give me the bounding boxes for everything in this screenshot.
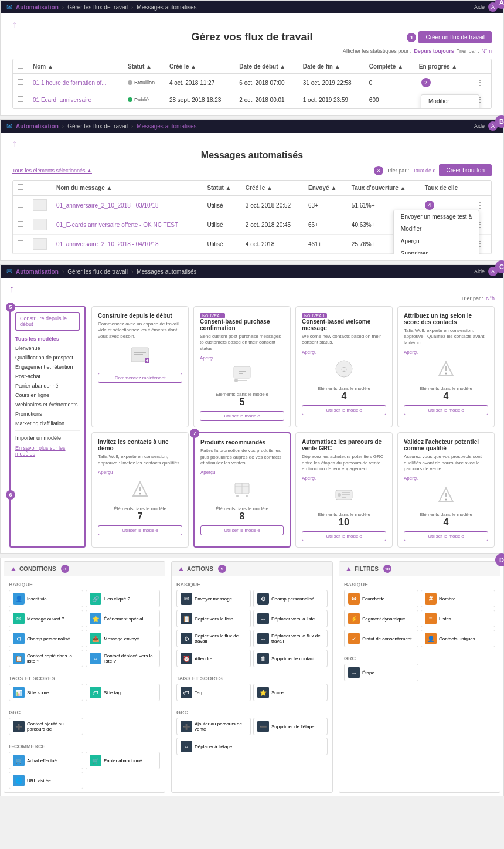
condition-url[interactable]: 🌐 URL visitée — [9, 772, 83, 789]
use-template-btn-6[interactable]: Utiliser le modèle — [302, 531, 386, 541]
action-supprimer-contact[interactable]: 🗑 Supprimer le contact — [253, 650, 328, 667]
col-msg-name[interactable]: Nom du message ▲ — [52, 181, 202, 195]
create-workflow-btn[interactable]: Créer un flux de travail — [418, 31, 492, 43]
build-from-scratch-btn[interactable]: Construire depuis le début — [15, 312, 80, 331]
sidebar-cours[interactable]: Cours en ligne — [15, 390, 80, 400]
select-all-checkbox[interactable] — [18, 63, 23, 69]
condition-contact-deplace[interactable]: ↔ Contact déplacé vers la liste ? — [86, 650, 160, 667]
select-all-b[interactable] — [18, 184, 23, 190]
sidebar-all-templates[interactable]: Tous les modèles — [15, 334, 80, 344]
condition-message-ouvert[interactable]: ✉ Message ouvert ? — [9, 610, 83, 627]
action-copier-liste[interactable]: 📋 Copier vers la liste — [176, 610, 251, 627]
help-link-b[interactable]: Aide — [474, 123, 485, 129]
condition-contact-parcours[interactable]: ➕ Contact ajouté au parcours de — [9, 718, 83, 735]
col-msg-status[interactable]: Statut ▲ — [202, 181, 240, 195]
action-score[interactable]: ⭐ Score — [253, 684, 328, 701]
sidebar-import[interactable]: Importer un modèle — [15, 433, 80, 443]
use-template-btn-4[interactable]: Utiliser le modèle — [98, 525, 182, 535]
nav-item-c1[interactable]: Gérer les flux de travail — [67, 269, 128, 275]
condition-tag[interactable]: 🏷 Si le tag... — [86, 684, 160, 701]
condition-msg-envoye[interactable]: 📤 Message envoyé — [86, 630, 160, 647]
dropdown-item-dupliquer[interactable]: Dupliquer — [421, 107, 479, 109]
condition-inscrit[interactable]: 👤 Inscrit via... — [9, 590, 83, 607]
action-ajouter-parcours[interactable]: ➕ Ajouter au parcours de vente — [176, 718, 251, 735]
dropdown-item-send-test[interactable]: Envoyer un message test à — [394, 210, 479, 223]
learn-more-link[interactable]: En savoir plus sur les modèles — [15, 445, 66, 457]
template-card-welcome[interactable]: NOUVEAU Consent-based welcome message We… — [295, 306, 393, 427]
nav-item-2[interactable]: Messages automatisés — [137, 4, 196, 11]
create-draft-btn[interactable]: Créer brouillon — [439, 164, 492, 176]
filter-listes[interactable]: ≡ Listes — [421, 610, 495, 627]
template-preview-7[interactable]: Aperçu — [404, 476, 488, 481]
condition-lien[interactable]: 🔗 Lien cliqué ? — [86, 590, 160, 607]
use-template-btn-7[interactable]: Utiliser le modèle — [404, 531, 488, 541]
dropdown-item-modifier[interactable]: Modifier — [421, 95, 479, 107]
nav-item-b2[interactable]: Messages automatisés — [137, 123, 196, 130]
action-deplacer-flux[interactable]: ↔ Déplacer vers le flux de travail — [253, 630, 328, 647]
filter-contacts-uniques[interactable]: 👤 Contacts uniques — [421, 630, 495, 647]
action-envoyer[interactable]: ✉ Envoyer message — [176, 590, 251, 607]
template-card-automate[interactable]: Automatisez les parcours de vente GRC Dé… — [295, 432, 393, 548]
template-preview-1[interactable]: Aperçu — [200, 355, 284, 361]
condition-achat[interactable]: 🛒 Achat effectué — [9, 752, 83, 769]
action-supprimer-etape[interactable]: ➖ Supprimer de l'étape — [253, 718, 328, 735]
sidebar-panier[interactable]: Panier abandonné — [15, 381, 80, 390]
col-created-a[interactable]: Créé le ▲ — [165, 59, 234, 74]
use-template-btn-3[interactable]: Utiliser le modèle — [404, 405, 488, 415]
col-msg-open[interactable]: Taux d'ouverture ▲ — [347, 181, 420, 195]
template-card-products[interactable]: 7 Produits recommandés Faites la promoti… — [193, 432, 291, 548]
row-checkbox[interactable] — [18, 79, 23, 85]
col-completed-a[interactable]: Complété ▲ — [365, 59, 414, 74]
action-champ[interactable]: ⚙ Champ personnalisé — [253, 590, 328, 607]
trier-value-b[interactable]: Taux de d — [413, 168, 435, 174]
template-card-build[interactable]: Construire depuis le début Commencez ave… — [91, 306, 189, 427]
action-deplacer-liste[interactable]: ↔ Déplacer vers la liste — [253, 610, 328, 627]
template-card-invite[interactable]: Invitez les contacts à une démo Talia Wo… — [91, 432, 189, 548]
sidebar-webinaires[interactable]: Webinaires et événements — [15, 400, 80, 409]
template-card-validate[interactable]: Validez l'acheteur potentiel comme quali… — [397, 432, 495, 548]
action-copier-flux[interactable]: ⚙ Copier vers le flux de travail — [176, 630, 251, 647]
sidebar-engagement[interactable]: Engagement et rétention — [15, 362, 80, 372]
use-template-btn-1[interactable]: Utiliser le modèle — [200, 411, 284, 421]
nav-item-b1[interactable]: Gérer les flux de travail — [67, 123, 128, 130]
sidebar-marketing[interactable]: Marketing d'affiliation — [15, 419, 80, 428]
action-attendre[interactable]: ⏰ Attendre — [176, 650, 251, 667]
filter-fourchette[interactable]: ⇔ Fourchette — [344, 590, 418, 607]
use-template-btn-5[interactable]: Utiliser le modèle — [200, 525, 284, 535]
template-preview-3[interactable]: Aperçu — [404, 349, 488, 355]
trier-value-a[interactable]: N°m — [481, 48, 492, 54]
sidebar-promotions[interactable]: Promotions — [15, 409, 80, 419]
dropdown-item-apercu[interactable]: Aperçu — [394, 235, 479, 247]
filter-nombre[interactable]: # Nombre — [421, 590, 495, 607]
condition-score[interactable]: 📊 Si le score... — [9, 684, 83, 701]
filter-statut-consentement[interactable]: ✓ Statut de consentement — [344, 630, 418, 647]
template-card-purchase[interactable]: NOUVEAU Consent-based purchase confirmat… — [193, 306, 291, 427]
template-preview-4[interactable]: Aperçu — [98, 470, 182, 475]
filter-etape[interactable]: → Étape — [344, 664, 418, 681]
col-msg-click[interactable]: Taux de clic — [420, 181, 469, 195]
template-preview-5[interactable]: Aperçu — [200, 470, 284, 475]
condition-evenement[interactable]: ⭐ Événement spécial — [86, 610, 160, 627]
action-tag[interactable]: 🏷 Tag — [176, 684, 251, 701]
col-name-a[interactable]: Nom ▲ — [28, 59, 123, 74]
sidebar-qualification[interactable]: Qualification de prospect — [15, 353, 80, 362]
sidebar-post-achat[interactable]: Post-achat — [15, 372, 80, 381]
condition-contact-copie[interactable]: 📋 Contact copié dans la liste ? — [9, 650, 83, 667]
sidebar-bienvenue[interactable]: Bienvenue — [15, 344, 80, 353]
col-debut-a[interactable]: Date de début ▲ — [234, 59, 298, 74]
row-actions-btn-b[interactable]: ⋮ — [474, 201, 486, 210]
row-checkbox-b3[interactable] — [18, 240, 23, 246]
help-link-c[interactable]: Aide — [474, 269, 485, 274]
template-preview-2[interactable]: Aperçu — [302, 349, 386, 355]
condition-panier[interactable]: 🛒 Panier abandonné — [86, 752, 160, 769]
col-msg-created[interactable]: Créé le ▲ — [241, 181, 304, 195]
start-now-btn[interactable]: Commencez maintenant — [98, 373, 182, 383]
row-actions-btn[interactable]: ⋮ — [474, 78, 486, 87]
filter-segment[interactable]: ⚡ Segment dynamique — [344, 610, 418, 627]
nav-item-1[interactable]: Gérer les flux de travail — [67, 4, 128, 11]
stats-value[interactable]: Depuis toujours — [414, 48, 454, 54]
all-selected[interactable]: Tous les éléments sélectionnés ▲ — [12, 168, 92, 174]
col-fin-a[interactable]: Date de fin ▲ — [298, 59, 365, 74]
col-progress-a[interactable]: En progrès ▲ — [414, 59, 469, 74]
row-checkbox[interactable] — [18, 96, 23, 102]
